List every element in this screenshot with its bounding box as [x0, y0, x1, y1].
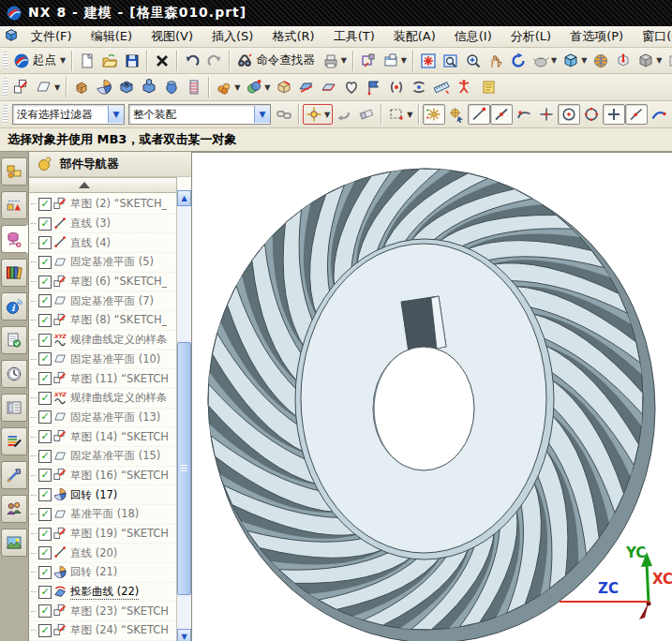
snap-endpoint-toggle[interactable] — [468, 104, 490, 125]
geometric-constraint-button[interactable] — [385, 77, 408, 97]
feature-checkbox[interactable]: ✓ — [38, 566, 52, 579]
static-wireframe-button[interactable]: ▼ — [635, 51, 665, 71]
snap-point-on-surface-toggle[interactable] — [648, 104, 670, 125]
feature-checkbox[interactable]: ✓ — [38, 410, 52, 424]
chamfer-button[interactable] — [273, 77, 295, 97]
feature-checkbox[interactable]: ✓ — [38, 469, 52, 482]
feature-row[interactable]: ✓草图 (2) “SKETCH_ — [29, 195, 191, 215]
feature-row[interactable]: ✓草图 (8) “SKETCH_ — [29, 311, 191, 331]
feature-row[interactable]: ✓XYZ规律曲线定义的样条 — [29, 389, 191, 409]
deselect-all-button[interactable] — [355, 104, 378, 125]
dropdown-arrow-icon[interactable]: ▼ — [341, 56, 347, 65]
feature-row[interactable]: ✓草图 (14) “SKETCH — [29, 427, 191, 447]
feature-row[interactable]: ✓草图 (23) “SKETCH — [29, 602, 191, 621]
feature-row[interactable]: ✓回转 (17) — [29, 485, 191, 505]
toolbar-grip[interactable] — [3, 52, 7, 70]
snap-intersection-toggle[interactable] — [535, 104, 558, 125]
snap-control-point-toggle[interactable] — [513, 104, 535, 125]
print-button[interactable]: ▼ — [320, 51, 350, 71]
more-commands-button[interactable] — [475, 77, 498, 97]
extrude-button[interactable] — [70, 77, 93, 97]
feature-checkbox[interactable]: ✓ — [38, 450, 52, 463]
menu-information[interactable]: 信息(I) — [446, 26, 500, 47]
menu-file[interactable]: 文件(F) — [22, 26, 81, 47]
save-button[interactable] — [121, 51, 143, 71]
feature-checkbox[interactable]: ✓ — [38, 217, 52, 231]
previous-selection-button[interactable] — [333, 104, 355, 125]
shell-button[interactable] — [160, 77, 183, 97]
background-button[interactable]: ▼ — [665, 51, 672, 71]
menu-format[interactable]: 格式(R) — [263, 26, 322, 47]
feature-checkbox[interactable]: ✓ — [38, 276, 52, 289]
feature-row[interactable]: ✓草图 (16) “SKETCH — [29, 467, 191, 486]
dropdown-arrow-icon[interactable]: ▼ — [401, 56, 407, 65]
snap-midpoint-toggle[interactable] — [490, 104, 513, 125]
thread-button[interactable] — [183, 77, 205, 97]
feature-checkbox[interactable]: ✓ — [38, 352, 52, 365]
true-shading-button[interactable] — [590, 51, 612, 71]
dropdown-arrow-icon[interactable]: ▼ — [264, 83, 270, 92]
touch-mode-button[interactable] — [357, 51, 380, 71]
roles-palette-tab[interactable] — [1, 427, 27, 455]
new-file-button[interactable] — [76, 51, 98, 71]
scroll-down-button[interactable]: ▼ — [177, 629, 191, 641]
feature-checkbox[interactable]: ✓ — [38, 198, 52, 211]
feature-checkbox[interactable]: ✓ — [38, 528, 52, 541]
feature-row[interactable]: ✓固定基准平面 (5) — [29, 253, 191, 273]
undo-button[interactable] — [181, 51, 203, 71]
auto-constraint-button[interactable] — [408, 77, 430, 97]
feature-row[interactable]: ✓固定基准平面 (10) — [29, 350, 191, 370]
feature-row[interactable]: ✓草图 (11) “SKETCH — [29, 369, 191, 389]
system-tools-tab[interactable] — [1, 461, 27, 489]
feature-checkbox[interactable]: ✓ — [38, 604, 52, 618]
feature-row[interactable]: ✓固定基准平面 (13) — [29, 409, 191, 428]
hole-button[interactable] — [115, 77, 138, 97]
interpart-select-button[interactable] — [273, 104, 295, 125]
render-style-button[interactable]: ▼ — [530, 51, 560, 71]
feature-row[interactable]: ✓直线 (20) — [29, 544, 191, 563]
window-layout-button[interactable]: ▼ — [380, 51, 410, 71]
feature-checkbox[interactable]: ✓ — [38, 508, 52, 521]
document-menu-icon[interactable] — [4, 28, 21, 45]
zoom-region-button[interactable] — [440, 51, 462, 71]
menu-edit[interactable]: 编辑(E) — [82, 26, 141, 47]
dropdown-arrow-icon[interactable]: ▼ — [656, 56, 662, 65]
feature-row[interactable]: ✓基准平面 (18) — [29, 505, 191, 525]
menu-view[interactable]: 视图(V) — [142, 26, 202, 47]
feature-row[interactable]: ✓草图 (24) “SKETCH — [29, 621, 191, 641]
manufacturing-wizard-tab[interactable] — [1, 394, 27, 422]
snap-arc-center-toggle[interactable] — [558, 104, 580, 125]
boss-button[interactable] — [138, 77, 160, 97]
start-button[interactable]: 起点▼ — [10, 51, 68, 71]
menu-window[interactable]: 窗口(O) — [634, 26, 672, 47]
tree-column-header[interactable] — [29, 177, 177, 193]
fit-view-button[interactable] — [417, 51, 440, 71]
feature-checkbox[interactable]: ✓ — [38, 294, 52, 307]
process-studio-tab[interactable] — [1, 360, 27, 388]
assembly-navigator-tab[interactable] — [1, 157, 27, 186]
menu-preferences[interactable]: 首选项(P) — [561, 26, 632, 47]
open-button[interactable] — [98, 51, 121, 71]
dropdown-arrow-icon[interactable]: ▼ — [60, 56, 66, 65]
toolbar-grip[interactable] — [3, 105, 7, 124]
command-finder-button[interactable]: 命令查找器 — [233, 51, 320, 71]
selection-filter-select[interactable]: 没有选择过滤器▼ — [12, 104, 125, 125]
menu-tools[interactable]: 工具(T) — [325, 26, 383, 47]
snap-enable-toggle[interactable] — [423, 104, 445, 125]
snap-point-button[interactable]: ▼ — [303, 104, 333, 125]
feature-checkbox[interactable]: ✓ — [38, 256, 52, 269]
feature-row[interactable]: ✓投影曲线 (22) — [29, 583, 191, 603]
dropdown-arrow-icon[interactable]: ▼ — [407, 111, 412, 119]
dropdown-arrow-icon[interactable]: ▼ — [551, 56, 557, 65]
rotate-view-button[interactable] — [507, 51, 530, 71]
feature-row[interactable]: ✓草图 (6) “SKETCH_ — [29, 273, 191, 292]
feature-row[interactable]: ✓直线 (3) — [29, 215, 191, 234]
feature-checkbox[interactable]: ✓ — [38, 488, 52, 501]
pan-button[interactable] — [485, 51, 507, 71]
deviation-gauge-button[interactable] — [453, 77, 475, 97]
snap-existing-point-toggle[interactable] — [603, 104, 625, 125]
menu-analysis[interactable]: 分析(L) — [502, 26, 560, 47]
orient-view-button[interactable] — [612, 51, 635, 71]
scroll-thumb[interactable] — [177, 342, 191, 595]
feature-row[interactable]: ✓草图 (19) “SKETCH — [29, 525, 191, 544]
